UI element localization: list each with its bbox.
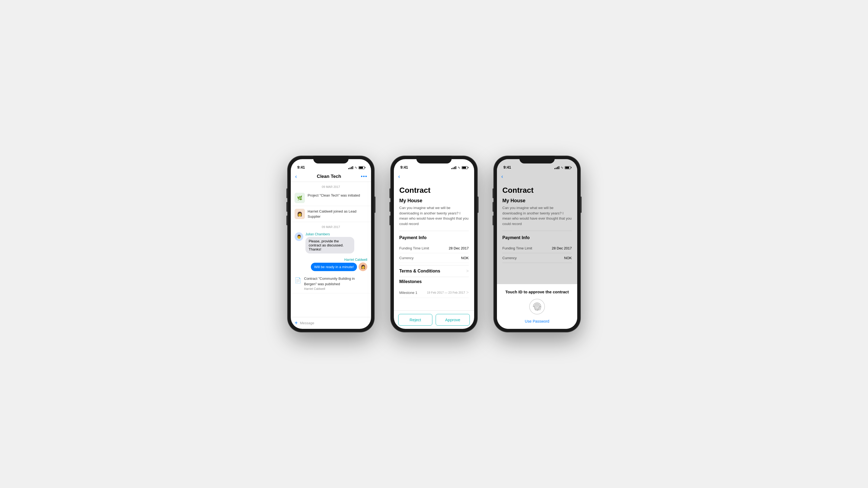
list-item: 🌿 Project "Clean Tech" was initiated	[291, 190, 371, 206]
touchid-panel: Touch ID to approve the contract	[497, 284, 577, 329]
contract-title-3: Contract	[502, 186, 572, 195]
funding-row-2: Funding Time Limit 28 Dec 2017	[399, 243, 469, 253]
list-item: 📄 Contract "Community Building in Bergen…	[291, 273, 371, 293]
phone-3: 9:41 ∿ ‹	[494, 156, 581, 332]
terms-row-2[interactable]: Terms & Conditions >	[399, 265, 469, 277]
currency-label-3: Currency	[502, 256, 517, 260]
message-bar: + Message	[291, 317, 371, 329]
terms-label-2: Terms & Conditions	[399, 269, 440, 273]
status-icons-1: ∿	[348, 166, 365, 169]
currency-row-2: Currency NOK	[399, 253, 469, 263]
funding-value-3: 28 Dec 2017	[552, 246, 572, 250]
contract-desc-2: Can you imagine what we will be download…	[399, 205, 469, 231]
sender-name-harriet: Harriet Caldwell	[344, 258, 367, 262]
avatar: 👩	[294, 209, 305, 219]
status-time-1: 9:41	[297, 165, 305, 169]
bubble-text-harriet: Will be ready in a minute!	[311, 263, 357, 271]
action-bar-2: Reject Approve	[394, 311, 474, 329]
status-icons-2: ∿	[452, 166, 468, 169]
bubble-text-julian: Please, provide the contract as discusse…	[305, 237, 354, 254]
back-button-2[interactable]: ‹	[398, 173, 400, 180]
milestone-dates-2: 19 Feb 2017 — 23 Feb 2017	[427, 291, 465, 294]
funding-label-3: Funding Time Limit	[502, 246, 532, 250]
funding-row-3: Funding Time Limit 28 Dec 2017	[502, 243, 572, 253]
message-input[interactable]: Message	[300, 321, 367, 325]
chat-text-wrap: Contract "Community Building in Bergen" …	[304, 276, 367, 290]
battery-icon-1	[359, 166, 365, 169]
avatar-harriet: 👩	[359, 262, 367, 271]
add-attachment-button[interactable]: +	[294, 320, 298, 326]
svg-point-0	[529, 299, 545, 314]
status-time-2: 9:41	[400, 165, 408, 169]
wifi-icon-3: ∿	[561, 166, 563, 169]
avatar-julian: 👨	[294, 232, 303, 241]
chat-item-text-1: Project "Clean Tech" was initiated	[308, 193, 360, 197]
reject-button[interactable]: Reject	[398, 314, 432, 326]
bubble-wrap: Julian Chambers Please, provide the cont…	[305, 232, 354, 254]
notch-3	[520, 156, 555, 163]
milestones-title-2: Milestones	[399, 279, 469, 284]
payment-info-title-2: Payment Info	[399, 235, 469, 240]
sender-name-julian: Julian Chambers	[305, 232, 354, 236]
chat-item-text-3: Contract "Community Building in Bergen" …	[304, 276, 355, 286]
signal-icon-2	[452, 166, 456, 169]
more-options[interactable]	[361, 176, 367, 177]
back-button-1[interactable]: ‹	[295, 173, 297, 180]
currency-value-2: NOK	[461, 256, 469, 260]
chat-nav: ‹ Clean Tech	[291, 171, 371, 182]
contract-subtitle-3: My House	[502, 198, 572, 204]
chat-item-sub-3: Harriet Caldwell	[304, 287, 367, 290]
approve-button[interactable]: Approve	[436, 314, 470, 326]
funding-value-2: 28 Dec 2017	[448, 246, 469, 250]
document-icon: 📄	[294, 277, 301, 284]
message-bubble-harriet: Harriet Caldwell Will be ready in a minu…	[291, 256, 371, 273]
milestone-chevron-icon: >	[466, 290, 469, 295]
milestone-label-2: Milestone 1	[399, 291, 417, 295]
date-separator-1: 09 MAR 2017	[291, 182, 371, 190]
payment-info-title-3: Payment Info	[502, 235, 572, 240]
contract-desc-3: Can you imagine what we will be download…	[502, 205, 572, 231]
wifi-icon-2: ∿	[458, 166, 460, 169]
touchid-title: Touch ID to approve the contract	[502, 290, 572, 294]
chat-text-wrap: Project "Clean Tech" was initiated	[308, 193, 367, 198]
scene: 9:41 ∿ ‹ Clean Tech	[271, 140, 597, 348]
message-bubble-julian: 👨 Julian Chambers Please, provide the co…	[291, 230, 371, 256]
contract-content-2: Contract My House Can you imagine what w…	[394, 182, 474, 311]
contract-nav-2: ‹	[394, 171, 474, 182]
signal-icon-3	[554, 166, 559, 169]
date-separator-2: 09 MAR 2017	[291, 222, 371, 230]
notch-1	[313, 156, 348, 163]
chat-text-wrap: Harriet Caldwell joined as Lead Supplier	[308, 209, 367, 219]
currency-label-2: Currency	[399, 256, 414, 260]
use-password-link[interactable]: Use Password	[502, 319, 572, 323]
funding-label-2: Funding Time Limit	[399, 246, 429, 250]
milestone-row-2[interactable]: Milestone 1 19 Feb 2017 — 23 Feb 2017 >	[399, 287, 469, 298]
phone-2: 9:41 ∿ ‹	[391, 156, 477, 332]
chat-item-text-2: Harriet Caldwell joined as Lead Supplier	[308, 209, 356, 219]
chat-list: 09 MAR 2017 🌿 Project "Clean Tech" was i…	[291, 182, 371, 317]
currency-value-3: NOK	[564, 256, 572, 260]
contract-content-3: Contract My House Can you imagine what w…	[497, 182, 577, 284]
battery-icon-2	[462, 166, 468, 169]
back-button-3[interactable]: ‹	[501, 173, 503, 180]
signal-icon-1	[348, 166, 353, 169]
chevron-right-icon: >	[466, 269, 469, 273]
status-icons-3: ∿	[554, 166, 571, 169]
list-item: 👩 Harriet Caldwell joined as Lead Suppli…	[291, 206, 371, 222]
contract-subtitle-2: My House	[399, 198, 469, 204]
chat-title: Clean Tech	[297, 174, 361, 179]
wifi-icon-1: ∿	[354, 166, 357, 169]
contract-title-2: Contract	[399, 186, 469, 195]
phone-1: 9:41 ∿ ‹ Clean Tech	[287, 156, 374, 332]
battery-icon-3	[565, 166, 571, 169]
status-time-3: 9:41	[503, 165, 511, 169]
avatar: 🌿	[294, 193, 305, 203]
notch-2	[416, 156, 452, 163]
fingerprint-icon[interactable]	[529, 298, 545, 315]
currency-row-3: Currency NOK	[502, 253, 572, 263]
contract-nav-3: ‹	[497, 171, 577, 182]
